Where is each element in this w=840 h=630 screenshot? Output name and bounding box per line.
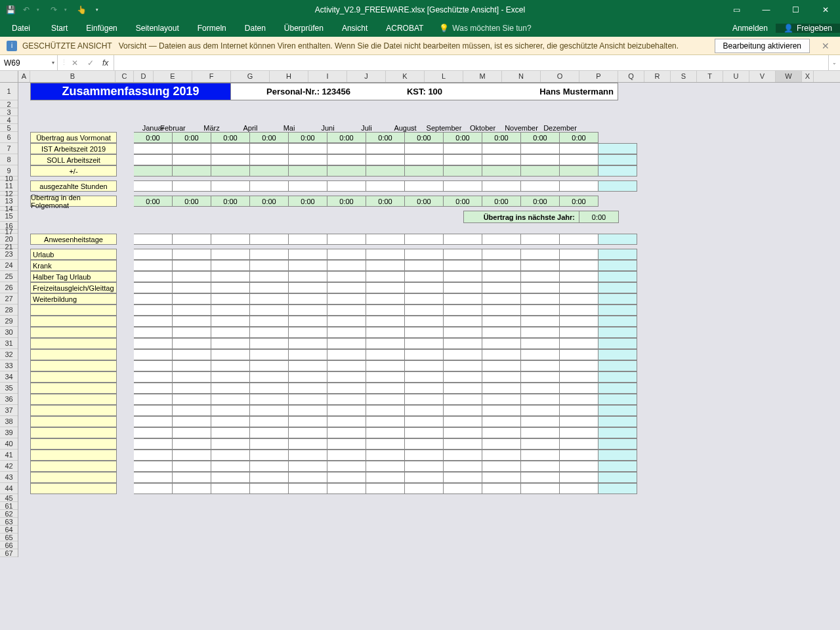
data-cell[interactable] [211,282,250,293]
data-cell[interactable] [250,293,289,304]
data-cell[interactable] [327,416,366,427]
data-cell[interactable] [482,165,521,177]
total-cell[interactable] [598,450,637,461]
col-header-E[interactable]: E [154,71,192,82]
data-cell[interactable] [173,438,211,450]
row-header-62[interactable]: 62 [0,510,18,518]
data-cell[interactable] [482,143,521,154]
tab-review[interactable]: Überprüfen [275,19,333,37]
data-cell[interactable] [211,438,250,450]
data-cell[interactable] [289,450,327,461]
data-cell[interactable] [405,234,444,245]
data-cell[interactable] [405,383,444,394]
data-cell[interactable] [366,461,405,472]
data-cell[interactable] [521,461,560,472]
row-header-29[interactable]: 29 [0,316,18,327]
data-cell[interactable] [366,271,405,282]
data-cell[interactable] [289,338,327,349]
col-header-B[interactable]: B [30,71,116,82]
data-cell[interactable] [444,304,482,316]
data-cell[interactable] [521,304,560,316]
total-cell[interactable] [598,316,637,327]
enable-editing-button[interactable]: Bearbeitung aktivieren [715,39,810,53]
data-cell[interactable] [250,483,289,494]
data-cell[interactable] [289,472,327,483]
data-cell[interactable] [250,338,289,349]
data-cell[interactable] [444,450,482,461]
data-cell[interactable] [289,349,327,360]
total-cell[interactable] [598,304,637,316]
data-cell[interactable] [405,260,444,271]
total-cell[interactable] [598,293,637,304]
data-cell[interactable] [366,383,405,394]
data-cell[interactable] [173,293,211,304]
data-cell[interactable] [366,327,405,338]
data-cell[interactable] [521,260,560,271]
row-header-34[interactable]: 34 [0,371,18,383]
data-cell[interactable] [366,360,405,371]
data-cell[interactable] [405,143,444,154]
data-cell[interactable] [521,282,560,293]
enter-formula-icon[interactable]: ✓ [84,58,97,68]
data-cell[interactable] [444,282,482,293]
data-cell[interactable] [444,271,482,282]
total-cell[interactable] [598,234,637,245]
total-cell[interactable] [598,427,637,438]
data-cell[interactable] [173,143,211,154]
data-cell[interactable] [521,450,560,461]
share-button[interactable]: 👤 Freigeben [776,24,840,33]
data-cell[interactable] [289,394,327,405]
data-cell[interactable] [211,249,250,260]
data-cell[interactable] [173,405,211,416]
data-cell[interactable] [444,360,482,371]
data-cell[interactable] [173,450,211,461]
data-cell[interactable] [173,338,211,349]
col-header-H[interactable]: H [270,71,308,82]
data-cell[interactable] [366,282,405,293]
data-cell[interactable] [173,260,211,271]
data-cell[interactable] [521,180,560,192]
data-cell[interactable]: 0:00 [521,196,560,207]
data-cell[interactable] [366,427,405,438]
data-cell[interactable] [444,349,482,360]
data-cell[interactable] [173,271,211,282]
data-cell[interactable] [173,427,211,438]
data-cell[interactable] [327,260,366,271]
col-header-L[interactable]: L [425,71,463,82]
data-cell[interactable] [250,234,289,245]
col-header-P[interactable]: P [579,71,618,82]
data-cell[interactable] [521,327,560,338]
data-cell[interactable] [250,327,289,338]
data-cell[interactable] [327,472,366,483]
data-cell[interactable] [521,143,560,154]
data-cell[interactable] [134,483,173,494]
data-cell[interactable] [211,394,250,405]
data-cell[interactable]: 0:00 [405,196,444,207]
data-cell[interactable] [482,450,521,461]
row-header-30[interactable]: 30 [0,327,18,338]
row-header-24[interactable]: 24 [0,260,18,271]
data-cell[interactable] [250,472,289,483]
row-header-65[interactable]: 65 [0,534,18,541]
data-cell[interactable] [482,282,521,293]
data-cell[interactable] [482,349,521,360]
total-cell[interactable] [598,271,637,282]
data-cell[interactable] [250,371,289,383]
data-cell[interactable] [134,327,173,338]
data-cell[interactable] [521,316,560,327]
data-cell[interactable]: 0:00 [444,132,482,143]
total-cell[interactable] [598,180,637,192]
data-cell[interactable] [289,416,327,427]
data-cell[interactable] [327,316,366,327]
save-icon[interactable]: 💾 [5,5,16,15]
data-cell[interactable] [521,416,560,427]
data-cell[interactable] [405,349,444,360]
minimize-icon[interactable]: — [751,0,781,19]
data-cell[interactable] [521,483,560,494]
data-cell[interactable] [482,316,521,327]
col-header-X[interactable]: X [802,71,814,82]
qat-customize-icon[interactable]: ▾ [92,5,102,15]
data-cell[interactable] [482,472,521,483]
data-cell[interactable] [134,472,173,483]
row-header-8[interactable]: 8 [0,154,18,165]
